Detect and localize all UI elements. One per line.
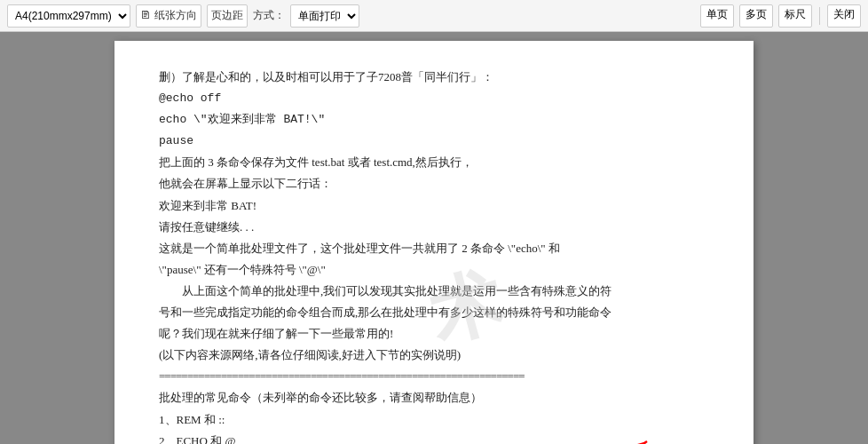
content-line9: 这就是一个简单批处理文件了，这个批处理文件一共就用了 2 条命令 \"echo\… <box>159 239 709 258</box>
main-area: 术 删）了解是心和的，以及时相可以用于了子7208普「同半们行」： @echo … <box>0 32 868 444</box>
content-line7: 欢迎来到非常 BAT! <box>159 196 709 216</box>
ruler-button[interactable]: 标尺 <box>778 4 812 28</box>
list-item-1: 1、REM 和 :: <box>159 410 709 430</box>
multi-page-button[interactable]: 多页 <box>739 4 773 28</box>
paper: 术 删）了解是心和的，以及时相可以用于了子7208普「同半们行」： @echo … <box>114 41 754 444</box>
content-line14: (以下内容来源网络,请各位仔细阅读,好进入下节的实例说明) <box>159 345 709 365</box>
paper-size-select[interactable]: A4(210mmx297mm) <box>7 4 130 28</box>
margin-label: 页边距 <box>211 8 243 23</box>
orientation-button[interactable]: 🖹 纸张方向 <box>136 4 201 28</box>
content-line11: 从上面这个简单的批处理中,我们可以发现其实批处理就是运用一些含有特殊意义的符 <box>159 281 709 301</box>
content-line6: 他就会在屏幕上显示以下二行话： <box>159 174 709 194</box>
orientation-icon: 🖹 <box>140 9 151 22</box>
toolbar-right: 单页 多页 标尺 关闭 <box>700 4 861 28</box>
content-line2: @echo off <box>159 89 709 108</box>
content-line5: 把上面的 3 条命令保存为文件 test.bat 或者 test.cmd,然后执… <box>159 153 709 172</box>
content-line3: echo \"欢迎来到非常 BAT!\" <box>159 110 709 130</box>
section-title: 批处理的常见命令（未列举的命令还比较多，请查阅帮助信息） <box>159 388 709 408</box>
method-label: 方式： <box>253 8 285 23</box>
orientation-label: 纸张方向 <box>154 8 197 23</box>
paper-content: 删）了解是心和的，以及时相可以用于了子7208普「同半们行」： @echo of… <box>159 67 709 444</box>
annotation-arrow <box>567 428 674 444</box>
divider-line: ========================================… <box>159 367 709 386</box>
toolbar-separator <box>819 7 820 25</box>
close-button[interactable]: 关闭 <box>827 4 861 28</box>
content-line12: 号和一些完成指定功能的命令组合而成,那么在批处理中有多少这样的特殊符号和功能命令 <box>159 303 709 322</box>
content-line13: 呢？我们现在就来仔细了解一下一些最常用的! <box>159 324 709 344</box>
single-page-button[interactable]: 单页 <box>700 4 734 28</box>
margin-button[interactable]: 页边距 <box>207 4 248 28</box>
content-line8: 请按任意键继续. . . <box>159 218 709 237</box>
content-line1: 删）了解是心和的，以及时相可以用于了子7208普「同半们行」： <box>159 67 709 87</box>
content-line4: pause <box>159 131 709 151</box>
toolbar: A4(210mmx297mm) 🖹 纸张方向 页边距 方式： 单面打印 单页 多… <box>0 0 868 32</box>
print-method-select[interactable]: 单面打印 <box>290 4 359 28</box>
content-line10: \"pause\" 还有一个特殊符号 \"@\" <box>159 260 709 280</box>
